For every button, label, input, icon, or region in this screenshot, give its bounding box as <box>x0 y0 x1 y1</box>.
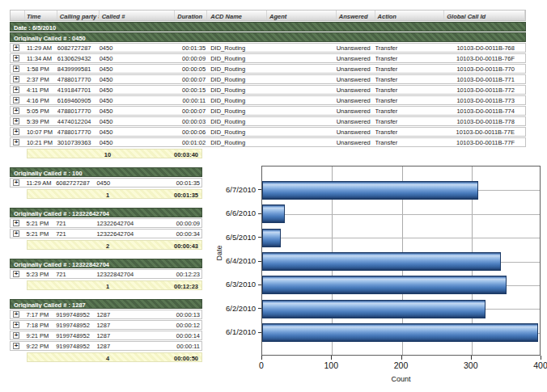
cell-acd-name: DID_Routing <box>207 97 267 104</box>
cell-calling-party: 3010739363 <box>57 139 100 146</box>
expand-icon[interactable]: + <box>13 220 19 226</box>
cell-calling-party: 721 <box>56 271 96 278</box>
cell-duration: 00:00:14 <box>170 332 201 339</box>
y-tick-label: 6/7/2010 <box>212 185 256 194</box>
expand-cell: + <box>11 118 25 124</box>
expand-cell: + <box>11 139 25 145</box>
expand-icon[interactable]: + <box>13 65 19 72</box>
column-header-calling-party[interactable]: Calling party # <box>57 11 100 20</box>
cell-duration: 00:00:13 <box>170 311 201 318</box>
expand-cell: + <box>11 179 24 186</box>
cell-called: 0450 <box>100 118 176 125</box>
expand-icon[interactable]: + <box>13 322 19 328</box>
summary-count: 4 <box>87 355 128 362</box>
expand-icon[interactable]: + <box>13 179 19 186</box>
table-row[interactable]: +7:17 PM9199748952128700:00:13 <box>10 310 202 319</box>
y-tick-mark <box>258 189 261 190</box>
cell-duration: 00:01:35 <box>170 179 201 187</box>
cell-global-call-id: 10103-D0-0011B-778 <box>444 118 525 125</box>
expand-cell: + <box>11 230 24 237</box>
expand-icon[interactable]: + <box>13 97 19 103</box>
column-header-global-call-id[interactable]: Global Call Id <box>444 11 525 20</box>
cell-called: 0450 <box>100 139 176 146</box>
group-header-bar: Originally Called # : 100 <box>10 167 202 177</box>
y-tick-label: 6/5/2010 <box>212 233 256 242</box>
cell-global-call-id: 10103-D0-0011B-771 <box>444 76 525 83</box>
group-header-bar: Originally Called # : 0450 <box>10 32 526 42</box>
column-header-agent[interactable]: Agent <box>267 11 337 20</box>
table-row[interactable]: +4:11 PM4191847701045000:00:15DID_Routin… <box>10 85 526 95</box>
expand-icon[interactable]: + <box>13 343 19 349</box>
column-header-called[interactable]: Called # <box>100 11 176 20</box>
cell-duration: 00:00:09 <box>170 220 201 227</box>
expand-icon[interactable]: + <box>13 311 19 318</box>
expand-icon[interactable]: + <box>13 332 19 339</box>
cell-calling-party: 6130629432 <box>57 55 100 62</box>
cell-called: 1287 <box>96 343 170 350</box>
cell-calling-party: 4191847701 <box>57 86 100 94</box>
report-group: Originally Called # : 100+11:29 AM608272… <box>10 167 202 199</box>
y-tick-mark <box>258 332 261 333</box>
table-row[interactable]: +5:21 PM7211232264270400:00:09 <box>10 218 202 228</box>
table-row[interactable]: +11:29 AM6082727287045000:01:35 <box>10 178 202 188</box>
cell-called: 1287 <box>96 332 170 339</box>
table-row[interactable]: +7:18 PM9199748952128700:00:12 <box>10 320 202 330</box>
table-row[interactable]: +9:22 PM9199748952128700:00:11 <box>10 341 202 351</box>
cell-answered: Unanswered <box>337 86 375 94</box>
table-row[interactable]: +9:21 PM9199748952128700:00:14 <box>10 331 202 340</box>
expand-icon[interactable]: + <box>13 129 19 135</box>
chart-bar-6-7-2010 <box>262 181 478 200</box>
column-header-acd-name[interactable]: ACD Name <box>207 11 267 20</box>
table-row[interactable]: +10:21 PM3010739363045000:01:02DID_Routi… <box>10 137 526 147</box>
table-row[interactable]: +5:21 PM7211232264270400:00:34 <box>10 229 202 238</box>
table-row[interactable]: +11:29 AM6082727287045000:01:35DID_Routi… <box>10 43 526 53</box>
cell-answered: Unanswered <box>337 139 375 146</box>
table-row[interactable]: +2:37 PM4788017770045000:00:07DID_Routin… <box>10 74 526 84</box>
group-summary-row: 100:01:35 <box>27 189 202 199</box>
x-tick-label: 400 <box>533 360 547 370</box>
expand-icon[interactable]: + <box>13 139 19 145</box>
expand-icon[interactable]: + <box>13 86 19 93</box>
column-header-duration[interactable]: Duration <box>175 11 207 20</box>
cell-called: 0450 <box>100 55 176 62</box>
table-row[interactable]: +1:58 PM8439999581045000:00:05DID_Routin… <box>10 64 526 74</box>
cell-action: Transfer <box>375 65 445 73</box>
table-row[interactable]: +11:34 AM6130629432045000:00:09DID_Routi… <box>10 53 526 63</box>
expand-icon[interactable]: + <box>13 118 19 124</box>
table-row[interactable]: +5:23 PM7211232284270400:12:23 <box>10 269 202 279</box>
y-tick-mark <box>258 213 261 214</box>
cell-time: 5:23 PM <box>24 271 56 278</box>
cell-answered: Unanswered <box>337 55 375 62</box>
group-header-bar: Originally Called # : 1287 <box>10 299 202 309</box>
expand-icon[interactable]: + <box>13 44 19 51</box>
cell-calling-party: 9199748952 <box>56 332 96 339</box>
column-header-answered[interactable]: Answered <box>337 11 375 20</box>
expand-icon[interactable]: + <box>13 76 19 82</box>
table-row[interactable]: +4:16 PM6169460905045000:00:11DID_Routin… <box>10 95 526 105</box>
chart-bar-6-6-2010 <box>262 204 285 223</box>
cell-called: 0450 <box>100 86 176 94</box>
table-row[interactable]: +10:07 PM4788017770045000:00:06DID_Routi… <box>10 127 526 137</box>
cell-action: Transfer <box>375 44 445 52</box>
y-tick-mark <box>258 261 261 262</box>
expand-icon[interactable]: + <box>13 55 19 61</box>
expand-cell: + <box>11 55 25 61</box>
expand-icon[interactable]: + <box>13 107 19 114</box>
expand-icon[interactable]: + <box>13 271 19 277</box>
cell-called: 12322642704 <box>96 220 170 227</box>
call-report-page: { "table": { "columns": ["Time", "Callin… <box>0 0 547 392</box>
table-row[interactable]: +5:05 PM4788017770045000:00:07DID_Routin… <box>10 106 526 116</box>
cell-global-call-id: 10103-D0-0011B-77F <box>444 139 525 146</box>
expand-cell: + <box>11 271 24 277</box>
cell-acd-name: DID_Routing <box>207 76 267 83</box>
expand-icon[interactable]: + <box>13 230 19 237</box>
cell-answered: Unanswered <box>337 97 375 104</box>
table-row[interactable]: +5:39 PM4474012204045000:00:03DID_Routin… <box>10 116 526 126</box>
cell-duration: 00:00:05 <box>175 65 207 73</box>
cell-answered: Unanswered <box>337 44 375 52</box>
cell-calling-party: 8439999581 <box>57 65 100 73</box>
column-header-action[interactable]: Action <box>375 11 445 20</box>
cell-called: 1287 <box>96 322 170 329</box>
cell-global-call-id: 10103-D0-0011B-772 <box>444 86 525 94</box>
column-header-time[interactable]: Time <box>25 11 57 20</box>
